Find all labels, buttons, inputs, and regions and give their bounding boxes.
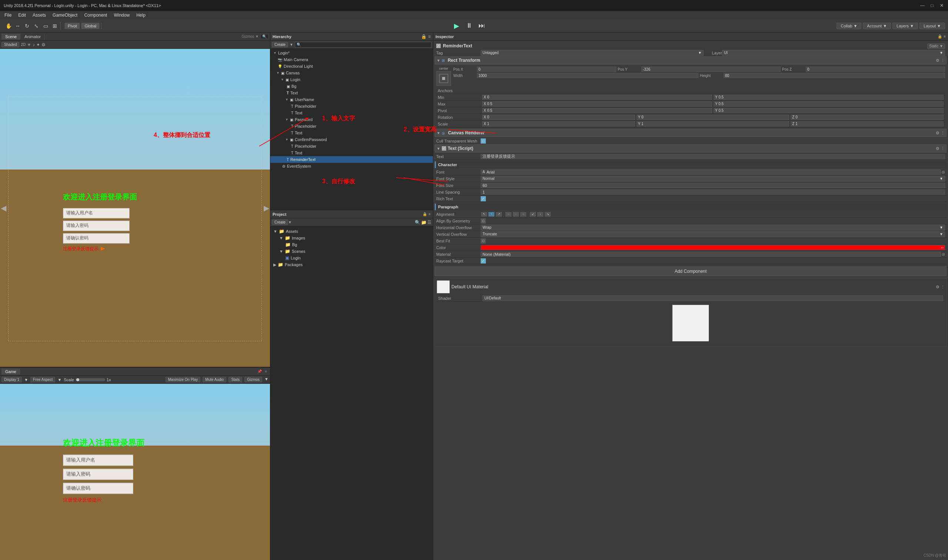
inspector-menu-icon[interactable]: ≡	[943, 34, 946, 38]
h-overflow-dropdown[interactable]: Wrap ▼	[481, 225, 945, 231]
hierarchy-text1[interactable]: T Text	[270, 89, 433, 96]
minimize-button[interactable]: —	[920, 3, 925, 8]
collab-button[interactable]: Collab ▼	[837, 23, 861, 29]
project-login-scene[interactable]: ▣ Login	[272, 255, 432, 261]
tag-dropdown[interactable]: Untagged ▼	[481, 50, 704, 56]
align-left-bot-btn[interactable]: ↙	[530, 212, 536, 217]
pivot-y-field[interactable]: Y 0.5	[714, 108, 943, 113]
text-script-more-icon[interactable]: ⋮	[941, 146, 945, 151]
maximize-button[interactable]: □	[930, 3, 935, 8]
align-right-mid-btn[interactable]: →	[520, 212, 527, 217]
rich-text-check[interactable]: ✓	[481, 196, 486, 202]
font-size-field[interactable]: 60	[481, 183, 945, 188]
hierarchy-password[interactable]: ▼ ▣ Password	[270, 116, 433, 123]
menu-window[interactable]: Window	[111, 12, 133, 18]
project-create-button[interactable]: Create	[272, 220, 288, 225]
lighting-icon[interactable]: ☀	[27, 42, 31, 48]
project-menu-icon[interactable]: ≡	[429, 212, 431, 216]
move-tool[interactable]: ↔	[14, 22, 22, 30]
height-field[interactable]: 80	[724, 73, 945, 78]
pos-z-field[interactable]: 0	[806, 67, 945, 72]
project-bg-folder[interactable]: 📁 Bg	[272, 242, 432, 248]
align-right-top-btn[interactable]: ↗	[495, 212, 502, 217]
hierarchy-lock-icon[interactable]: 🔒	[421, 34, 427, 39]
close-button[interactable]: ✕	[939, 3, 944, 8]
game-username-field[interactable]: 请输入用户名	[63, 454, 133, 466]
v-overflow-dropdown[interactable]: Truncate ▼	[481, 231, 945, 237]
font-picker-icon[interactable]: ◎	[942, 170, 945, 174]
add-component-button[interactable]: Add Component	[435, 266, 946, 276]
align-by-geometry-check[interactable]: □	[481, 218, 486, 223]
game-confirm-field[interactable]: 请确认密码	[63, 483, 133, 494]
menu-component[interactable]: Component	[81, 12, 110, 18]
layout-button[interactable]: Layout ▼	[919, 23, 945, 29]
project-scenes-folder[interactable]: ▼ 📁 Scenes	[272, 248, 432, 255]
rect-tool[interactable]: ▭	[42, 22, 49, 30]
maximize-on-play-button[interactable]: Maximize On Play	[165, 377, 201, 382]
pos-y-field[interactable]: -326	[641, 67, 781, 72]
max-y-field[interactable]: Y 0.5	[714, 102, 943, 106]
align-center-bot-btn[interactable]: ↓	[537, 212, 544, 217]
canvas-renderer-more-icon[interactable]: ⋮	[941, 131, 945, 135]
project-search-icon[interactable]: 🔍	[415, 220, 420, 225]
inspector-lock-icon[interactable]: 🔒	[938, 34, 942, 38]
anchor-widget[interactable]	[436, 71, 451, 86]
scale-z-field[interactable]: Z 1	[791, 122, 943, 126]
account-button[interactable]: Account ▼	[863, 23, 891, 29]
rot-z-field[interactable]: Z 0	[791, 115, 943, 120]
reminder-text-check[interactable]: ✓	[436, 44, 441, 48]
align-left-top-btn[interactable]: ↖	[481, 212, 487, 217]
menu-file[interactable]: File	[2, 12, 14, 18]
2d-button[interactable]: 2D	[21, 43, 26, 47]
scene-settings-icon[interactable]: ⚙	[42, 42, 46, 48]
scene-confirm-field[interactable]: 请确认密码	[63, 233, 129, 243]
effects-icon[interactable]: ✦	[36, 42, 40, 48]
shader-dropdown[interactable]: UI/Default	[482, 295, 943, 301]
scene-nav-right-icon[interactable]: ▶	[264, 203, 269, 212]
max-x-field[interactable]: X 0.5	[482, 102, 712, 106]
rect-transform-more-icon[interactable]: ⋮	[941, 58, 945, 63]
rot-y-field[interactable]: Y 0	[637, 115, 789, 120]
hierarchy-confirm-placeholder[interactable]: T Placeholder	[270, 143, 433, 149]
menu-help[interactable]: Help	[133, 12, 148, 18]
color-swatch[interactable]: ✏	[481, 245, 945, 250]
hierarchy-bg[interactable]: ▣ Bg	[270, 83, 433, 89]
layer-dropdown[interactable]: UI ▼	[722, 50, 945, 56]
layers-button[interactable]: Layers ▼	[893, 23, 918, 29]
scale-x-field[interactable]: X 1	[482, 122, 635, 126]
stats-button[interactable]: Stats	[228, 377, 242, 382]
best-fit-check[interactable]: □	[481, 238, 486, 243]
game-pin-icon[interactable]: 📌	[256, 369, 263, 374]
play-button[interactable]: ▶	[453, 22, 461, 30]
scene-password-field[interactable]: 请输入密码	[63, 221, 129, 231]
static-dropdown[interactable]: Static ▼	[927, 43, 945, 48]
align-center-top-btn[interactable]: ↑	[488, 212, 495, 217]
hierarchy-scene-item[interactable]: ▼ Login*	[270, 49, 433, 56]
project-packages-folder[interactable]: ▶ 📁 Packages	[272, 261, 432, 268]
width-field[interactable]: 1000	[477, 73, 698, 78]
menu-edit[interactable]: Edit	[15, 12, 29, 18]
align-center-mid-btn[interactable]: ·	[513, 212, 519, 217]
text-script-gear-icon[interactable]: ⚙	[936, 146, 939, 151]
material-picker-icon[interactable]: ◎	[942, 252, 945, 256]
scene-username-field[interactable]: 请输入用户名	[63, 208, 129, 218]
line-spacing-field[interactable]: 1	[481, 189, 945, 195]
hand-tool[interactable]: ✋	[5, 22, 12, 30]
game-password-field[interactable]: 请输入密码	[63, 469, 133, 480]
raycast-check[interactable]: ✓	[481, 258, 486, 263]
hierarchy-reminder-text[interactable]: T ReminderText	[270, 156, 433, 163]
all-tool[interactable]: ⊞	[51, 22, 59, 30]
cull-transparent-check[interactable]: □	[481, 138, 486, 144]
hierarchy-username-placeholder[interactable]: T Placeholder	[270, 103, 433, 109]
min-x-field[interactable]: X 0	[482, 95, 712, 100]
pause-button[interactable]: ⏸	[465, 22, 473, 30]
hierarchy-username[interactable]: ▼ ▣ UserName	[270, 96, 433, 103]
mute-audio-button[interactable]: Mute Audio	[203, 377, 226, 382]
aspect-dropdown[interactable]: Free Aspect	[30, 377, 55, 382]
hierarchy-username-text[interactable]: T Text	[270, 109, 433, 116]
scale-y-field[interactable]: Y 1	[637, 122, 789, 126]
scene-tab[interactable]: Scene	[2, 34, 21, 40]
game-gizmos-button[interactable]: Gizmos	[244, 377, 262, 382]
shaded-dropdown[interactable]: Shaded	[2, 42, 19, 48]
game-tab[interactable]: Game	[2, 369, 20, 375]
